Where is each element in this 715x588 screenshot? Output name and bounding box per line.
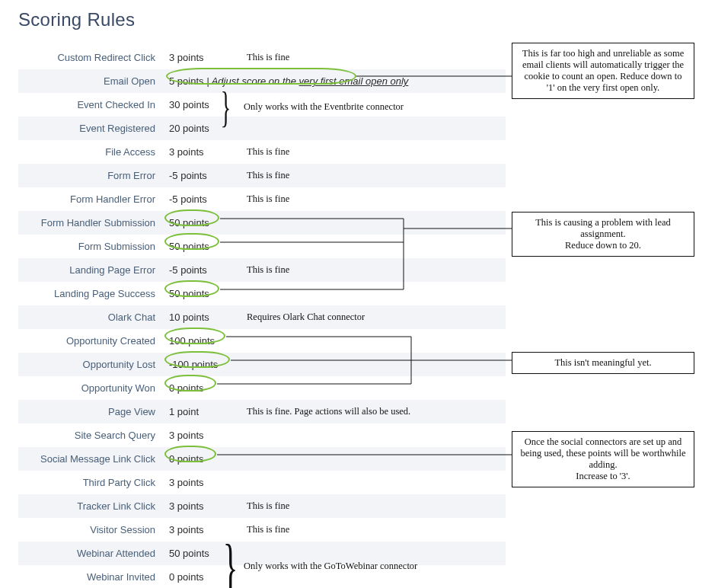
rule-label: Form Error xyxy=(18,170,163,181)
rule-value: -100 points xyxy=(163,359,239,370)
rule-label: Webinar Attended xyxy=(18,548,163,559)
rule-label: Event Checked In xyxy=(18,99,163,110)
table-row: Opportunity Won0 points xyxy=(18,376,506,400)
rule-label: Opportunity Won xyxy=(18,382,163,394)
rule-value-detail: | Adjust score on the very first email o… xyxy=(204,75,409,87)
rule-label: Visitor Session xyxy=(18,524,163,535)
table-row: Landing Page Error-5 pointsThis is fine xyxy=(18,258,506,282)
rule-inline-note: This is fine xyxy=(239,170,506,181)
rule-label: Social Message Link Click xyxy=(18,453,163,465)
brace-icon: } xyxy=(221,86,231,129)
table-row: Third Party Click3 points xyxy=(18,471,506,494)
rule-label: Site Search Query xyxy=(18,430,163,441)
rule-label: Olark Chat xyxy=(18,312,163,323)
rule-label: Landing Page Success xyxy=(18,288,163,299)
rule-inline-note: This is fine. Page actions will also be … xyxy=(239,406,506,417)
rule-label: Email Open xyxy=(18,75,163,87)
table-row: Form Handler Submission50 points xyxy=(18,211,506,235)
rule-inline-note: This is fine xyxy=(239,193,506,205)
rule-label: Form Handler Submission xyxy=(18,217,163,228)
rule-value: 3 points xyxy=(163,430,239,441)
table-row: Form Handler Error-5 pointsThis is fine xyxy=(18,187,506,211)
rule-inline-note: Requires Olark Chat connector xyxy=(239,312,506,323)
rule-label: Webinar Invited xyxy=(18,571,163,583)
rule-label: Third Party Click xyxy=(18,477,163,488)
rule-label: Opportunity Created xyxy=(18,335,163,347)
rule-label: Tracker Link Click xyxy=(18,500,163,512)
rule-value: -5 points xyxy=(163,170,239,181)
rule-label: Opportunity Lost xyxy=(18,359,163,370)
table-row: Form Error-5 pointsThis is fine xyxy=(18,164,506,187)
table-row: Custom Redirect Click3 pointsThis is fin… xyxy=(18,46,506,69)
rule-value: 10 points xyxy=(163,312,239,323)
rule-inline-note: This is fine xyxy=(239,500,506,512)
rule-inline-note: This is fine xyxy=(239,264,506,276)
comment-social: Once the social connectors are set up an… xyxy=(512,431,694,487)
rule-inline-note: This is fine xyxy=(239,52,506,63)
rule-value: 50 points xyxy=(163,217,239,228)
rule-label: Event Registered xyxy=(18,123,163,134)
table-row: Page View1 pointThis is fine. Page actio… xyxy=(18,400,506,423)
rule-value: 50 points xyxy=(163,288,239,299)
rule-label: File Access xyxy=(18,146,163,158)
table-row: Opportunity Created100 points xyxy=(18,329,506,353)
table-row: Email Open5 points | Adjust score on the… xyxy=(18,69,506,93)
page-title: Scoring Rules xyxy=(18,9,135,30)
rule-value: 3 points xyxy=(163,477,239,488)
rule-value: -5 points xyxy=(163,193,239,205)
scoring-rules-table: Custom Redirect Click3 pointsThis is fin… xyxy=(18,46,506,588)
rule-label: Landing Page Error xyxy=(18,264,163,276)
table-row: File Access3 pointsThis is fine xyxy=(18,140,506,164)
rule-label: Custom Redirect Click xyxy=(18,52,163,63)
comment-form-submission: This is causing a problem with lead assi… xyxy=(512,212,694,257)
table-row: Social Message Link Click0 points xyxy=(18,447,506,471)
rule-label: Form Handler Error xyxy=(18,193,163,205)
rule-value: 3 points xyxy=(163,146,239,158)
table-row: Olark Chat10 pointsRequires Olark Chat c… xyxy=(18,305,506,329)
rule-value: -5 points xyxy=(163,264,239,276)
comment-email-open: This is far too high and unreliable as s… xyxy=(512,43,694,99)
eventbrite-note: Only works with the Eventbrite connector xyxy=(236,101,404,113)
rule-value: 3 points xyxy=(163,52,239,63)
table-row: Site Search Query3 points xyxy=(18,423,506,447)
table-row: Landing Page Success50 points xyxy=(18,282,506,305)
gotowebinar-note: Only works with the GoToWebinar connecto… xyxy=(236,561,417,572)
rule-label: Page View xyxy=(18,406,163,417)
rule-value: 5 points | Adjust score on the very firs… xyxy=(163,75,414,87)
rule-value: 1 point xyxy=(163,406,239,417)
table-row: Visitor Session3 pointsThis is fine xyxy=(18,518,506,542)
rule-value: 100 points xyxy=(163,335,239,347)
comment-opportunity: This isn't meaningful yet. xyxy=(512,352,694,374)
table-row: Form Submission50 points xyxy=(18,235,506,258)
table-row: Opportunity Lost-100 points xyxy=(18,353,506,376)
rule-value: 0 points xyxy=(163,453,239,465)
rule-value: 50 points xyxy=(163,241,239,252)
table-row: Tracker Link Click3 pointsThis is fine xyxy=(18,494,506,518)
table-row: Event Registered20 points xyxy=(18,117,506,140)
rule-inline-note: This is fine xyxy=(239,524,506,535)
rule-inline-note: This is fine xyxy=(239,146,506,158)
rule-value: 0 points xyxy=(163,382,239,394)
rule-label: Form Submission xyxy=(18,241,163,252)
rule-value: 3 points xyxy=(163,500,239,512)
